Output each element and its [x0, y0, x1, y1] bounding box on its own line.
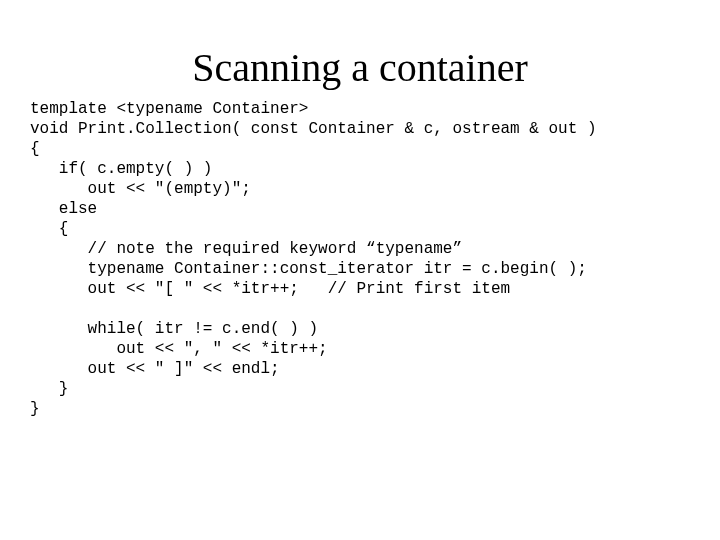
slide: Scanning a container template <typename …: [0, 44, 720, 540]
code-block: template <typename Container> void Print…: [30, 99, 690, 419]
slide-title: Scanning a container: [0, 44, 720, 91]
